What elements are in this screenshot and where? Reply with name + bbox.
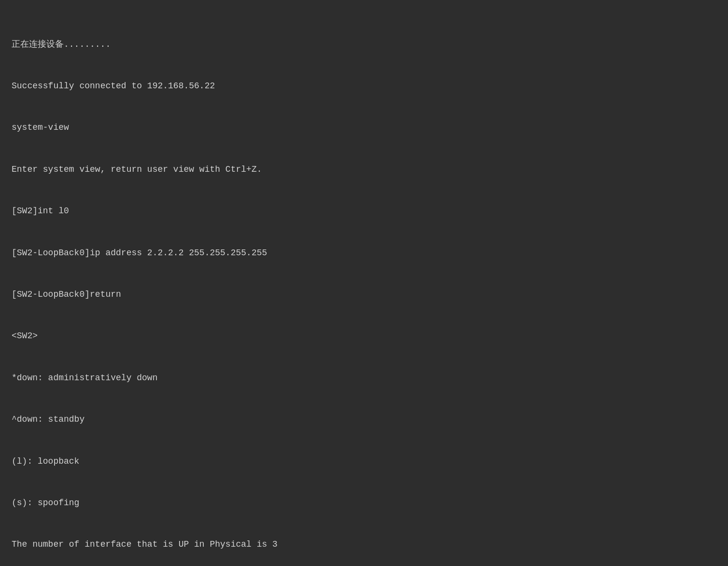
line-enter-system: Enter system view, return user view with…: [12, 163, 716, 177]
line-spoofing: (s): spoofing: [12, 496, 716, 510]
line-connected: Successfully connected to 192.168.56.22: [12, 79, 716, 93]
line-loopback: (l): loopback: [12, 455, 716, 469]
line-down-admin: *down: administratively down: [12, 371, 716, 385]
line-down-standby: ^down: standby: [12, 413, 716, 427]
line-connecting: 正在连接设备.........: [12, 38, 716, 52]
terminal-output: 正在连接设备......... Successfully connected t…: [12, 10, 716, 566]
line-sw2: <SW2>: [12, 329, 716, 343]
line-system-view: system-view: [12, 121, 716, 135]
line-up-physical: The number of interface that is UP in Ph…: [12, 538, 716, 552]
line-ip-address: [SW2-LoopBack0]ip address 2.2.2.2 255.25…: [12, 246, 716, 260]
line-return: [SW2-LoopBack0]return: [12, 288, 716, 302]
line-int-l0: [SW2]int l0: [12, 204, 716, 218]
